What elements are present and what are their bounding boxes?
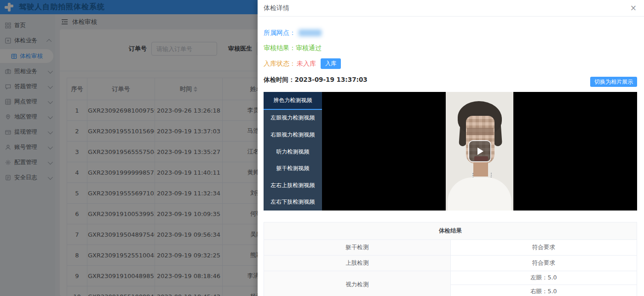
drawer-title: 体检详情	[264, 4, 289, 12]
result-table-title: 体检结果	[264, 222, 637, 240]
exam-time-label: 体检时间：	[264, 76, 295, 83]
play-icon	[477, 148, 483, 155]
storage-status-field: 入库状态： 未入库 入库	[264, 58, 637, 69]
site-label: 所属网点：	[264, 28, 296, 37]
audit-result-field: 审核结果：审核通过	[264, 44, 637, 52]
exam-result-table: 体检结果 躯干检测 符合要求 上肢检测 符合要求 视力检测 左眼：5.0 右眼：…	[264, 222, 637, 296]
play-button[interactable]	[468, 140, 491, 162]
video-tab-list: 辨色力检测视频 左眼视力检测视频 右眼视力检测视频 听力检测视频 躯干检测视频 …	[264, 92, 322, 211]
storage-status-value: 未入库	[297, 59, 316, 68]
video-tab-hearing[interactable]: 听力检测视频	[264, 143, 322, 160]
screen: 驾驶人自助拍照体检系统 首页 体检业务 体检审核 照相业务	[0, 0, 644, 296]
video-tab-lower-limbs[interactable]: 左右下肢检测视频	[264, 194, 322, 211]
video-tab-left-eye[interactable]: 左眼视力检测视频	[264, 110, 322, 127]
audit-result-label: 审核结果：	[264, 44, 296, 51]
result-row-upper-limb: 上肢检测 符合要求	[264, 256, 637, 271]
exam-time-value: 2023-09-19 13:37:03	[295, 76, 368, 83]
video-player: 辨色力检测视频 左眼视力检测视频 右眼视力检测视频 听力检测视频 躯干检测视频 …	[264, 92, 637, 211]
close-icon[interactable]: ×	[630, 4, 637, 12]
video-tab-right-eye[interactable]: 右眼视力检测视频	[264, 126, 322, 143]
drawer-body: 所属网点： 审核结果：审核通过 入库状态： 未入库 入库 体检时间：2023-0…	[258, 28, 644, 296]
video-tab-color-vision[interactable]: 辨色力检测视频	[264, 92, 322, 110]
exam-detail-drawer: 体检详情 × 所属网点： 审核结果：审核通过 入库状态： 未入库 入库 体检时间…	[258, 0, 644, 296]
video-tab-upper-limbs[interactable]: 左右上肢检测视频	[264, 177, 322, 194]
video-screen[interactable]	[322, 92, 637, 211]
storage-status-label: 入库状态：	[264, 59, 296, 68]
exam-time-field: 体检时间：2023-09-19 13:37:03 切换为相片展示	[264, 75, 637, 84]
video-tab-torso[interactable]: 躯干检测视频	[264, 160, 322, 177]
store-button[interactable]: 入库	[321, 58, 341, 69]
drawer-header: 体检详情 ×	[258, 0, 644, 17]
result-title-row: 体检结果	[264, 222, 637, 240]
audit-result-value: 审核通过	[296, 44, 322, 51]
site-field: 所属网点：	[264, 28, 637, 37]
result-row-torso: 躯干检测 符合要求	[264, 240, 637, 256]
result-row-vision: 视力检测 左眼：5.0	[264, 271, 637, 285]
switch-to-photo-button[interactable]: 切换为相片展示	[590, 77, 637, 87]
site-value-redacted	[299, 29, 322, 36]
